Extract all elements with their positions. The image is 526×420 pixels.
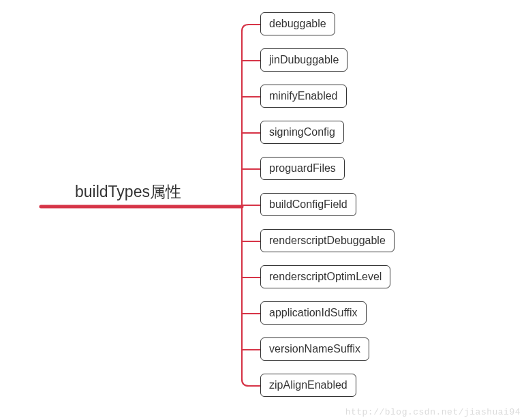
root-node-label: buildTypes属性 <box>75 181 181 202</box>
child-node: zipAlignEnabled <box>260 374 356 397</box>
child-node: proguardFiles <box>260 157 345 180</box>
child-node: debuggable <box>260 12 335 35</box>
child-node: renderscriptOptimLevel <box>260 265 390 288</box>
child-node: jinDubuggable <box>260 48 347 72</box>
child-node: versionNameSuffix <box>260 338 369 361</box>
child-node: renderscriptDebuggable <box>260 229 394 252</box>
mindmap-diagram: buildTypes属性 http://blog.csdn.net/jiashu… <box>0 0 526 420</box>
child-node: minifyEnabled <box>260 85 347 108</box>
child-node: signingConfig <box>260 121 344 144</box>
child-node: buildConfigField <box>260 193 356 216</box>
child-node: applicationIdSuffix <box>260 301 367 325</box>
watermark-text: http://blog.csdn.net/jiashuai94 <box>345 407 521 417</box>
